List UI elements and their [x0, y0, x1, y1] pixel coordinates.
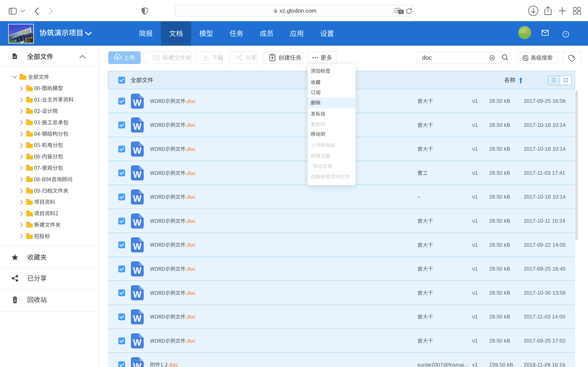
- svg-text:W: W: [133, 193, 141, 203]
- svg-text:W: W: [133, 122, 141, 132]
- svg-text:W: W: [133, 289, 141, 299]
- svg-text:W: W: [133, 313, 141, 323]
- svg-text:W: W: [133, 361, 141, 367]
- svg-text:?: ?: [565, 32, 567, 36]
- svg-text:A: A: [397, 8, 399, 12]
- svg-text:W: W: [133, 242, 141, 251]
- svg-text:W: W: [133, 337, 141, 347]
- svg-text:W: W: [133, 146, 141, 156]
- svg-text:W: W: [133, 266, 141, 275]
- svg-text:W: W: [133, 169, 141, 179]
- svg-text:W: W: [133, 217, 141, 227]
- svg-text:W: W: [133, 98, 141, 108]
